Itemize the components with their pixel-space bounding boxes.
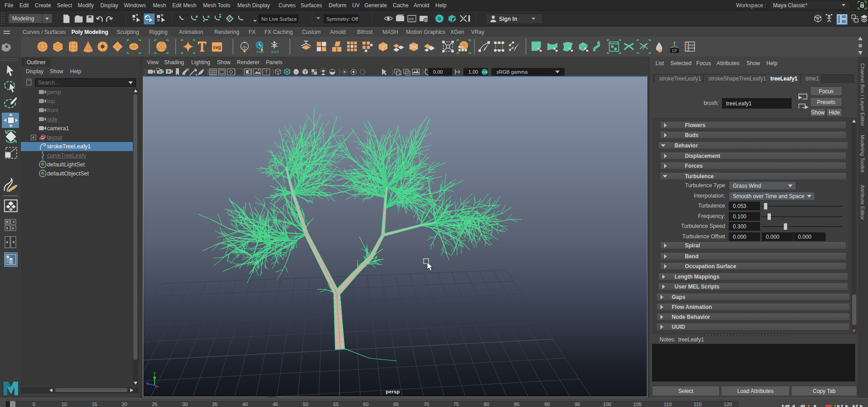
svg-text:ON: ON bbox=[482, 71, 487, 74]
svg-text:svg: svg bbox=[213, 45, 221, 50]
svg-text:IPR: IPR bbox=[409, 18, 414, 21]
svg-text:y: y bbox=[154, 371, 156, 375]
svg-text:0,0,0: 0,0,0 bbox=[257, 50, 264, 54]
svg-text:T: T bbox=[265, 70, 268, 75]
svg-text:+: + bbox=[6, 240, 8, 245]
svg-text:+: + bbox=[6, 226, 8, 231]
svg-text:+: + bbox=[12, 226, 14, 231]
svg-text:0,0,0: 0,0,0 bbox=[272, 50, 279, 54]
svg-text:1.00: 1.00 bbox=[468, 69, 478, 75]
svg-text:sRGB gamma: sRGB gamma bbox=[496, 69, 528, 75]
svg-text:0.00: 0.00 bbox=[433, 69, 443, 75]
svg-text:CP: CP bbox=[672, 49, 677, 53]
svg-text:persp: persp bbox=[386, 389, 400, 394]
svg-text:+: + bbox=[6, 220, 8, 224]
